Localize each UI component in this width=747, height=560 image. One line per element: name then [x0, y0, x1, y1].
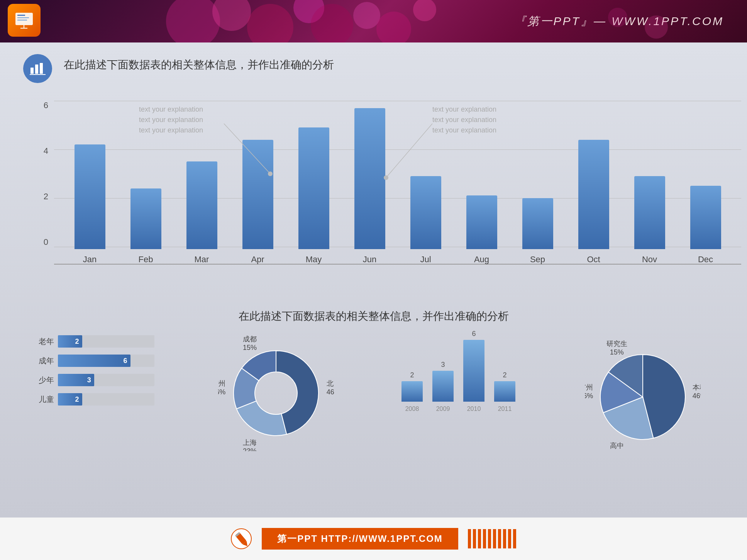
svg-point-6	[376, 12, 411, 42]
donut-svg: 北京46%上海23%广州16%成都15%	[218, 335, 334, 451]
app-logo	[8, 4, 41, 37]
hbar-value: 2	[75, 338, 79, 346]
bar-mar	[186, 161, 217, 249]
hbar-bar-container: 3	[58, 374, 154, 386]
bar-label-jul: Jul	[420, 255, 431, 265]
mini-bar-label: 2009	[436, 406, 450, 412]
bar-jun	[354, 108, 385, 249]
y-axis: 0 2 4 6	[33, 100, 48, 247]
bar-nov	[634, 176, 665, 249]
bar-label-feb: Feb	[139, 255, 153, 265]
svg-point-7	[413, 0, 436, 21]
callout2: text your explanation text your explanat…	[432, 104, 496, 136]
svg-point-0	[166, 0, 220, 42]
bar-oct	[578, 140, 609, 249]
hbar-bar: 6	[58, 355, 130, 367]
mini-bar-chart: 22008320096201022011	[398, 335, 521, 412]
mini-bar	[432, 371, 454, 402]
bar-sep	[522, 198, 553, 249]
bar-group-dec: Dec	[690, 186, 721, 265]
pie-label: 本科	[693, 384, 701, 391]
mini-bar-group: 22008	[401, 371, 423, 412]
section1-icon	[23, 54, 52, 83]
pencil-icon	[231, 528, 252, 550]
donut-percent: 46%	[327, 388, 334, 396]
hbar-label: 成年	[31, 356, 54, 366]
callout1: text your explanation text your explanat…	[139, 104, 203, 136]
bar-label-oct: Oct	[587, 255, 600, 265]
bar-may	[298, 127, 329, 249]
bar-dec	[690, 186, 721, 249]
hbar-chart: 老年2成年6少年3儿童2	[31, 335, 154, 412]
mini-bar-value: 3	[441, 361, 445, 369]
donut-percent: 15%	[243, 344, 257, 351]
hbar-bar: 2	[58, 393, 82, 406]
donut-label: 广州	[218, 380, 225, 387]
mini-bar	[494, 381, 515, 402]
bar-label-sep: Sep	[530, 255, 545, 265]
mini-bar	[401, 381, 423, 402]
donut-percent: 16%	[218, 388, 225, 396]
main-content: 在此描述下面数据表的相关整体信息，并作出准确的分析 0 2 4 6	[0, 42, 747, 518]
pie-label: 广州	[585, 384, 593, 391]
bar-group-oct: Oct	[578, 140, 609, 265]
svg-rect-11	[17, 15, 25, 16]
hbar-value: 2	[75, 395, 79, 404]
bars-row: JanFebMarAprMayJunJulAugSepOctNovDec	[54, 118, 741, 265]
svg-point-4	[311, 4, 353, 42]
bottom-row: 老年2成年6少年3儿童2 北京46%上海23%广州16%成都15% 220083…	[23, 335, 724, 451]
bar-group-jun: Jun	[354, 108, 385, 265]
bar-feb	[130, 188, 161, 249]
mini-bar-value: 2	[410, 371, 414, 379]
bar-aug	[466, 195, 497, 249]
pie-label: 高中	[610, 442, 624, 450]
bar-label-jun: Jun	[363, 255, 376, 265]
bar-group-apr: Apr	[242, 140, 273, 265]
mini-bar-label: 2010	[467, 406, 481, 412]
bar-label-aug: Aug	[474, 255, 489, 265]
hbar-bar: 3	[58, 374, 94, 386]
hbar-label: 儿童	[31, 394, 54, 405]
hbar-value: 6	[123, 357, 127, 365]
bar-chart-container: 0 2 4 6 JanFebMarAprMayJunJulAugSepOctNo…	[23, 93, 724, 294]
chart-icon	[29, 60, 46, 77]
pie-percent: 16%	[585, 392, 593, 400]
bar-label-may: May	[306, 255, 322, 265]
bar-label-jan: Jan	[83, 255, 97, 265]
pie-svg: 本科46%高中23%广州16%研究生15%	[585, 335, 701, 451]
bar-apr	[242, 140, 273, 249]
bar-label-nov: Nov	[642, 255, 657, 265]
bar-group-aug: Aug	[466, 195, 497, 265]
mini-bar-label: 2011	[498, 406, 512, 412]
bar-label-apr: Apr	[251, 255, 264, 265]
donut-label: 上海	[243, 439, 257, 446]
footer-banner: 第一PPT HTTP://WWW.1PPT.COM	[262, 528, 458, 550]
svg-rect-17	[35, 64, 38, 74]
hbar-bar-container: 6	[58, 355, 154, 367]
bar-group-nov: Nov	[634, 176, 665, 265]
mini-bar-label: 2008	[405, 406, 419, 412]
bar-group-may: May	[298, 127, 329, 265]
donut-label: 北京	[327, 380, 334, 387]
hbar-value: 3	[87, 376, 91, 384]
pie-chart: 本科46%高中23%广州16%研究生15%	[569, 335, 716, 451]
pie-percent: 46%	[693, 392, 701, 400]
section2-title: 在此描述下面数据表的相关整体信息，并作出准确的分析	[23, 309, 724, 324]
mini-bar-group: 62010	[463, 330, 484, 412]
bar-group-jan: Jan	[75, 144, 105, 265]
mini-bars-container: 22008320096201022011	[398, 335, 521, 412]
svg-rect-16	[30, 68, 34, 74]
donut-label: 成都	[243, 335, 257, 343]
hbar-row: 少年3	[31, 374, 154, 386]
hbar-label: 老年	[31, 336, 54, 347]
svg-rect-13	[17, 20, 27, 20]
bar-jul	[410, 176, 441, 249]
bar-group-jul: Jul	[410, 176, 441, 265]
footer: 第一PPT HTTP://WWW.1PPT.COM	[0, 518, 747, 560]
svg-rect-12	[17, 17, 29, 18]
mini-bar-value: 2	[503, 371, 506, 379]
svg-rect-18	[40, 63, 43, 74]
bar-label-dec: Dec	[698, 255, 713, 265]
presentation-icon	[14, 10, 35, 31]
mini-bar-group: 32009	[432, 361, 454, 412]
